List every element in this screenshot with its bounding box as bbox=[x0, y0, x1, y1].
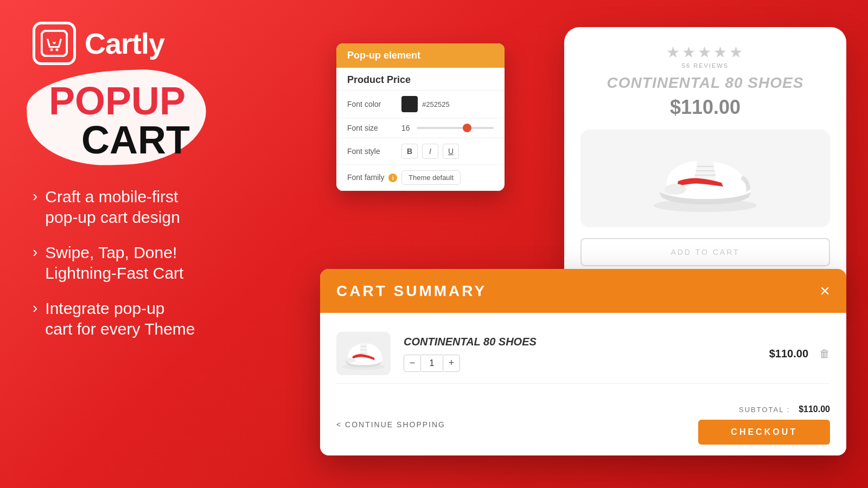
cart-item: CONTINENTAL 80 SHOES − 1 + $110.00 🗑 bbox=[336, 324, 830, 384]
chevron-icon-1: › bbox=[33, 188, 37, 205]
font-size-slider[interactable] bbox=[417, 127, 494, 129]
font-style-row: Font style B I U bbox=[336, 138, 505, 165]
cart-label: CART bbox=[81, 120, 190, 159]
feature-item-2: › Swipe, Tap, Done!Lightning-Fast Cart bbox=[33, 242, 315, 283]
font-size-value: 16 bbox=[401, 124, 410, 132]
product-card: ★★★★★ 56 REVIEWS CONTINENTAL 80 SHOES $1… bbox=[564, 27, 846, 288]
brand-name: Cartly bbox=[85, 27, 164, 60]
cart-item-price: $110.00 bbox=[769, 348, 808, 360]
svg-point-7 bbox=[665, 184, 686, 195]
qty-decrease-button[interactable]: − bbox=[404, 355, 421, 372]
font-color-label: Font color bbox=[347, 100, 401, 108]
font-style-label: Font style bbox=[347, 147, 401, 156]
font-family-row: Font family i Theme default bbox=[336, 165, 505, 191]
theme-default-button[interactable]: Theme default bbox=[401, 170, 461, 185]
subtotal-row: SUBTOTAL : $110.00 bbox=[739, 404, 830, 414]
continue-shopping-link[interactable]: < CONTINUE SHOPPING bbox=[336, 420, 445, 429]
cart-footer: < CONTINUE SHOPPING SUBTOTAL : $110.00 C… bbox=[320, 395, 846, 455]
popup-label: POPUP bbox=[49, 81, 190, 120]
subtotal-value: $110.00 bbox=[799, 404, 830, 414]
svg-point-1 bbox=[50, 48, 53, 51]
feature-text-1: Craft a mobile-firstpop-up cart design bbox=[45, 187, 180, 227]
cart-item-name: CONTINENTAL 80 SHOES bbox=[404, 336, 769, 348]
hero-text: POPUP CART bbox=[49, 81, 190, 159]
svg-point-12 bbox=[346, 357, 356, 362]
cart-summary: CART SUMMARY × bbox=[320, 269, 846, 455]
underline-button[interactable]: U bbox=[443, 144, 459, 159]
qty-increase-button[interactable]: + bbox=[443, 355, 460, 372]
style-buttons: B I U bbox=[401, 144, 459, 159]
right-section: ★★★★★ 56 REVIEWS CONTINENTAL 80 SHOES $1… bbox=[309, 11, 852, 477]
left-section: Cartly POPUP CART › Craft a mobile-first… bbox=[33, 22, 315, 354]
logo-icon bbox=[33, 22, 76, 65]
chevron-icon-3: › bbox=[33, 299, 37, 317]
font-family-label: Font family i bbox=[347, 173, 401, 183]
italic-button[interactable]: I bbox=[422, 144, 438, 159]
color-value: #252525 bbox=[422, 100, 450, 108]
cart-item-delete-button[interactable]: 🗑 bbox=[819, 348, 830, 360]
star-rating: ★★★★★ bbox=[666, 43, 745, 61]
checkout-button[interactable]: CHECKOUT bbox=[698, 420, 830, 445]
info-icon: i bbox=[388, 174, 397, 182]
cart-right-footer: SUBTOTAL : $110.00 CHECKOUT bbox=[698, 404, 830, 445]
panel-section-title: Product Price bbox=[336, 68, 505, 91]
cart-close-button[interactable]: × bbox=[820, 281, 830, 301]
features-list: › Craft a mobile-firstpop-up cart design… bbox=[33, 187, 315, 339]
feature-text-2: Swipe, Tap, Done!Lightning-Fast Cart bbox=[45, 242, 183, 283]
cart-item-details: CONTINENTAL 80 SHOES − 1 + bbox=[404, 336, 769, 372]
panel-header: Pop-up element bbox=[336, 43, 505, 68]
color-swatch[interactable] bbox=[401, 96, 418, 112]
svg-point-2 bbox=[56, 48, 59, 51]
cart-title: CART SUMMARY bbox=[336, 282, 487, 300]
feature-item-1: › Craft a mobile-firstpop-up cart design bbox=[33, 187, 315, 227]
stars-row: ★★★★★ 56 REVIEWS bbox=[580, 43, 830, 69]
font-size-row: Font size 16 bbox=[336, 118, 505, 138]
reviews-count: 56 REVIEWS bbox=[682, 62, 729, 69]
feature-item-3: › Integrate pop-upcart for every Theme bbox=[33, 298, 315, 339]
add-to-cart-button[interactable]: ADD TO CART bbox=[580, 238, 830, 266]
product-price-card: $110.00 bbox=[580, 96, 830, 119]
feature-text-3: Integrate pop-upcart for every Theme bbox=[45, 298, 195, 339]
cart-header: CART SUMMARY × bbox=[320, 269, 846, 313]
subtotal-label: SUBTOTAL : bbox=[739, 406, 790, 414]
shoe-image-svg bbox=[646, 140, 765, 216]
product-name-card: CONTINENTAL 80 SHOES bbox=[580, 74, 830, 92]
bold-button[interactable]: B bbox=[401, 144, 418, 159]
font-color-row: Font color #252525 bbox=[336, 91, 505, 118]
popup-panel: Pop-up element Product Price Font color … bbox=[336, 43, 505, 191]
slider-thumb bbox=[463, 124, 471, 132]
font-size-label: Font size bbox=[347, 124, 401, 132]
qty-value: 1 bbox=[421, 355, 443, 372]
cart-item-image bbox=[336, 332, 391, 375]
chevron-icon-2: › bbox=[33, 243, 37, 261]
product-image-area bbox=[580, 130, 830, 227]
qty-controls: − 1 + bbox=[404, 355, 769, 372]
logo-area: Cartly bbox=[33, 22, 315, 65]
cart-shoe-image bbox=[339, 336, 388, 371]
cart-body: CONTINENTAL 80 SHOES − 1 + $110.00 🗑 bbox=[320, 313, 846, 395]
